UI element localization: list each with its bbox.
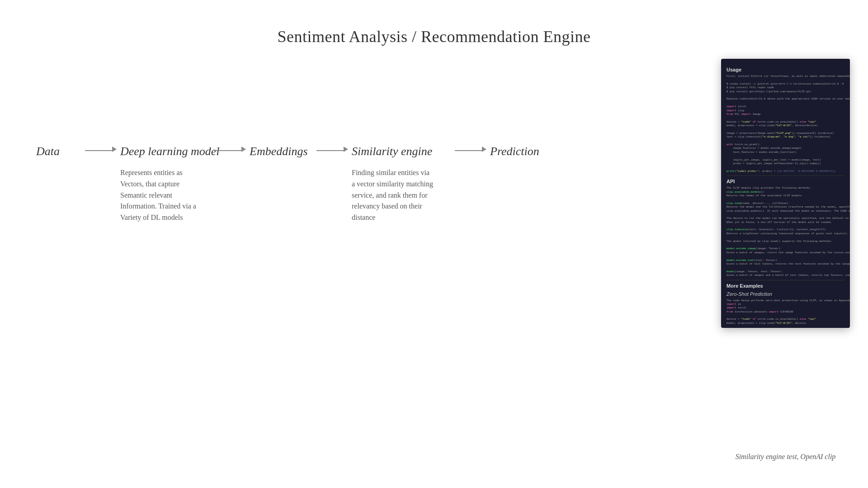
step-dl-label: Deep learning model xyxy=(120,145,220,158)
code-usage-text: First, install PyTorch (or TensorFlow), … xyxy=(726,75,844,105)
pipeline-step-dl: Deep learning model Represents entities … xyxy=(120,145,211,223)
section-api: API xyxy=(726,179,844,184)
arrow-4 xyxy=(455,145,486,152)
pipeline-step-prediction: Prediction xyxy=(490,145,553,167)
divider-2 xyxy=(726,280,844,280)
step-sim-label: Similarity engine xyxy=(352,145,432,158)
arrow-line-4 xyxy=(455,150,482,151)
code-zeroshot-desc: The code below performs zero-shot predic… xyxy=(726,299,844,303)
pipeline-step-similarity: Similarity engine Finding similar entiti… xyxy=(352,145,451,223)
pipeline-step-data: Data xyxy=(36,145,81,167)
code-panel-caption: Similarity engine test, OpenAI clip xyxy=(721,453,850,461)
code-api-available: clip.available_models() Returns the name… xyxy=(726,190,844,278)
arrow-line-2 xyxy=(214,150,241,151)
section-examples: More Examples xyxy=(726,283,844,289)
step-pred-label: Prediction xyxy=(490,145,539,158)
arrow-head-4 xyxy=(482,147,486,152)
step-data-label: Data xyxy=(36,145,60,158)
section-zero-shot: Zero-Shot Prediction xyxy=(726,291,844,297)
step-emb-label: Embeddings xyxy=(250,145,308,158)
divider-1 xyxy=(726,175,844,176)
arrow-2 xyxy=(214,145,246,152)
pipeline: Data Deep learning model Represents enti… xyxy=(36,145,678,223)
step-sim-description: Finding similar entities via a vector si… xyxy=(352,167,433,223)
page-title: Sentiment Analysis / Recommendation Engi… xyxy=(0,0,868,46)
section-usage: Usage xyxy=(726,67,844,72)
code-zeroshot-snippet: import os import torch from torchvision.… xyxy=(726,303,844,328)
arrow-head-2 xyxy=(241,147,246,152)
arrow-line-1 xyxy=(85,150,112,151)
code-panel: Usage First, install PyTorch (or TensorF… xyxy=(721,59,850,328)
arrow-head-3 xyxy=(344,147,348,152)
arrow-line-3 xyxy=(316,150,344,151)
code-panel-inner: Usage First, install PyTorch (or TensorF… xyxy=(721,59,850,328)
pipeline-step-embeddings: Embeddings xyxy=(250,145,313,167)
arrow-1 xyxy=(85,145,117,152)
arrow-3 xyxy=(316,145,348,152)
code-api-text: The CLIP module clip provides the follow… xyxy=(726,186,844,190)
step-dl-description: Represents entities as Vectors, that cap… xyxy=(120,167,202,223)
code-usage-snippet: import torch import clip from PIL import… xyxy=(726,105,844,173)
arrow-head-1 xyxy=(112,147,117,152)
